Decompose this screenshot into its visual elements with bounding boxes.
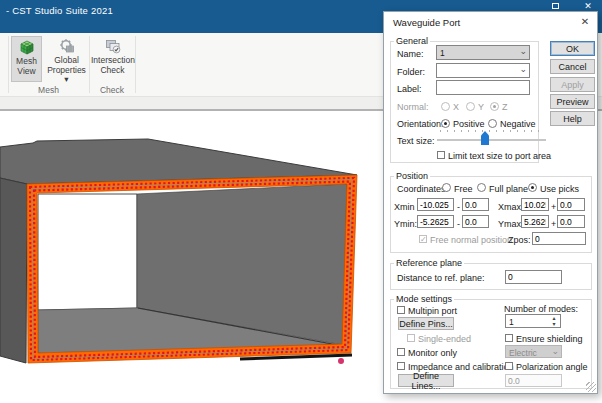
ymax-operator: +	[551, 219, 556, 229]
ok-button[interactable]: OK	[550, 41, 595, 56]
chevron-down-icon: ⌄	[551, 346, 559, 356]
ribbon-separator	[135, 36, 136, 93]
dialog-close-icon[interactable]: ✕	[578, 15, 592, 29]
polarization-angle-input	[505, 374, 562, 387]
normal-x-label: X	[453, 102, 459, 112]
box-left-face	[0, 178, 27, 363]
coordinates-full-plane-label[interactable]: Full plane	[489, 184, 528, 194]
intersection-check-label-line2: Check	[100, 65, 124, 75]
folder-label: Folder:	[397, 67, 425, 77]
normal-z-label: Z	[502, 102, 508, 112]
spinner-down-icon[interactable]: ▾	[552, 321, 555, 327]
limit-text-size-checkbox[interactable]	[437, 151, 445, 159]
global-properties-label-line2: Properties ▾	[47, 65, 86, 85]
multipin-port-label[interactable]: Multipin port	[408, 306, 457, 316]
coordinates-use-picks-radio[interactable]	[528, 183, 537, 192]
orientation-positive-radio[interactable]	[441, 119, 450, 128]
resize-grip[interactable]	[586, 382, 596, 392]
ymin-input[interactable]	[417, 215, 454, 228]
zpos-input[interactable]	[532, 232, 586, 245]
ensure-shielding-label[interactable]: Ensure shielding	[516, 334, 583, 344]
limit-text-size-label[interactable]: Limit text size to port area	[448, 151, 551, 161]
coordinates-full-plane-radio[interactable]	[477, 183, 486, 192]
distance-label: Distance to ref. plane:	[397, 273, 485, 283]
coordinates-free-radio[interactable]	[442, 183, 451, 192]
ribbon-group-label-mesh: Mesh	[8, 85, 89, 95]
polarization-angle-label[interactable]: Polarization angle	[516, 362, 588, 372]
mesh-view-button[interactable]: Mesh View	[11, 36, 42, 82]
name-combobox[interactable]: 1 ⌄	[436, 45, 530, 60]
monitor-only-checkbox[interactable]	[397, 348, 405, 356]
waveguide-opening	[38, 194, 137, 310]
position-group-label: Position	[394, 171, 430, 181]
name-value: 1	[440, 48, 445, 58]
orientation-positive-label[interactable]: Positive	[453, 119, 485, 129]
text-size-label: Text size:	[397, 136, 435, 146]
gear-icon	[58, 38, 76, 55]
ymax-input[interactable]	[521, 215, 549, 228]
pick-point-marker	[338, 358, 344, 364]
xmax-operator: +	[551, 202, 556, 212]
xmax-input[interactable]	[521, 198, 549, 211]
number-of-modes-label: Number of modes:	[504, 304, 578, 314]
chevron-down-icon[interactable]: ⌄	[519, 64, 527, 74]
xmin-offset-input[interactable]	[462, 198, 489, 211]
window-title: - CST Studio Suite 2021	[6, 5, 113, 16]
distance-input[interactable]	[505, 270, 562, 284]
polarization-angle-checkbox[interactable]	[505, 362, 513, 370]
orientation-negative-radio[interactable]	[488, 119, 497, 128]
normal-y-label: Y	[478, 102, 484, 112]
xmin-label: Xmin	[394, 202, 415, 212]
text-size-slider-track[interactable]	[437, 139, 546, 141]
xmax-label: Xmax	[498, 202, 521, 212]
define-lines-button[interactable]: Define Lines...	[398, 374, 454, 387]
mesh-view-label-line2: View	[17, 66, 35, 76]
normal-y-radio	[466, 102, 475, 111]
cancel-button[interactable]: Cancel	[550, 59, 595, 74]
folder-combobox[interactable]: ⌄	[436, 63, 530, 78]
number-of-modes-spinner[interactable]: 1 ▴▾	[505, 314, 561, 328]
orientation-label: Orientation:	[397, 119, 444, 129]
orientation-negative-label[interactable]: Negative	[500, 119, 536, 129]
xmin-input[interactable]	[417, 198, 454, 211]
general-group-label: General	[394, 36, 430, 46]
xmax-offset-input[interactable]	[557, 198, 585, 211]
shielding-type-dropdown: Electric ⌄	[505, 345, 562, 358]
name-label: Name:	[397, 49, 424, 59]
free-normal-position-label: Free normal position	[430, 235, 512, 245]
multipin-port-checkbox[interactable]	[397, 306, 405, 314]
mode-settings-group-label: Mode settings	[394, 294, 454, 304]
intersection-check-button[interactable]: Intersection Check	[91, 36, 134, 82]
intersection-check-icon	[104, 38, 122, 55]
ribbon-group-label-check: Check	[89, 85, 135, 95]
number-of-modes-value: 1	[509, 317, 514, 327]
preview-button[interactable]: Preview	[550, 94, 595, 109]
shielding-type-value: Electric	[509, 348, 537, 358]
restore-icon[interactable]	[552, 3, 559, 9]
define-pins-button[interactable]: Define Pins...	[398, 317, 454, 330]
free-normal-position-checkbox: ✓	[419, 235, 427, 243]
label-label: Label:	[397, 84, 422, 94]
zpos-label: Zpos:	[508, 235, 531, 245]
monitor-only-label[interactable]: Monitor only	[408, 348, 457, 358]
single-ended-checkbox	[407, 334, 415, 342]
xmin-operator: -	[457, 202, 460, 212]
apply-button: Apply	[550, 77, 595, 92]
label-input[interactable]	[436, 80, 530, 95]
reference-plane-group-label: Reference plane	[394, 258, 464, 268]
normal-x-radio	[441, 102, 450, 111]
ymax-offset-input[interactable]	[557, 215, 585, 228]
coordinates-use-picks-label[interactable]: Use picks	[540, 184, 579, 194]
ymin-operator: -	[457, 219, 460, 229]
chevron-down-icon[interactable]: ⌄	[519, 46, 527, 56]
impedance-calibration-checkbox[interactable]	[397, 362, 405, 370]
ensure-shielding-checkbox[interactable]	[505, 334, 513, 342]
help-button[interactable]: Help	[550, 111, 595, 126]
ymax-label: Ymax:	[498, 219, 524, 229]
window-close-icon[interactable]: ✕	[581, 1, 595, 11]
coordinates-free-label[interactable]: Free	[454, 184, 473, 194]
global-properties-button[interactable]: Global Properties ▾	[45, 36, 88, 82]
coordinates-label: Coordinates:	[397, 184, 448, 194]
ymin-offset-input[interactable]	[462, 215, 489, 228]
mesh-cube-icon	[18, 39, 36, 56]
